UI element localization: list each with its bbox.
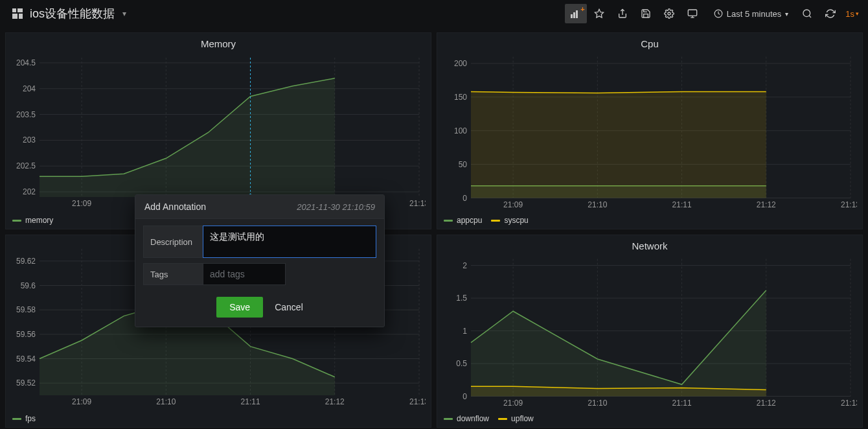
- zoom-out-button[interactable]: [796, 4, 818, 23]
- svg-text:204.5: 204.5: [16, 58, 36, 67]
- refresh-interval-picker[interactable]: 1s ▾: [843, 9, 863, 19]
- popup-title: Add Annotation: [144, 202, 206, 212]
- svg-text:21:10: 21:10: [588, 399, 607, 408]
- tags-input[interactable]: [203, 263, 286, 285]
- legend-label: downflow: [457, 414, 489, 423]
- legend: fps: [6, 412, 431, 427]
- svg-text:21:11: 21:11: [672, 399, 692, 408]
- network-chart[interactable]: 00.511.5221:0921:1021:1121:1221:13: [442, 254, 857, 410]
- refresh-button[interactable]: [819, 4, 841, 23]
- legend-item-fps[interactable]: fps: [12, 414, 36, 423]
- chart-area[interactable]: 00.511.5221:0921:1021:1121:1221:13: [437, 254, 862, 412]
- legend-swatch: [444, 220, 453, 222]
- save-dashboard-button[interactable]: [635, 4, 657, 23]
- settings-button[interactable]: [658, 4, 680, 23]
- svg-text:21:12: 21:12: [757, 399, 776, 408]
- memory-chart[interactable]: 202202.5203203.5204204.521:0921:1021:112…: [11, 52, 426, 212]
- svg-text:21:13: 21:13: [841, 200, 857, 209]
- add-panel-button[interactable]: [565, 4, 587, 23]
- svg-rect-2: [12, 14, 17, 19]
- svg-text:202: 202: [23, 187, 36, 196]
- legend-item-memory[interactable]: memory: [12, 216, 53, 225]
- svg-point-13: [803, 10, 810, 17]
- svg-text:21:11: 21:11: [672, 200, 692, 209]
- svg-text:200: 200: [454, 59, 467, 68]
- svg-point-8: [668, 12, 670, 15]
- legend-label: upflow: [511, 414, 534, 423]
- legend-label: appcpu: [457, 216, 482, 225]
- svg-marker-7: [595, 9, 603, 17]
- chevron-down-icon: ▾: [785, 10, 788, 17]
- svg-text:59.58: 59.58: [16, 305, 36, 314]
- save-button[interactable]: Save: [216, 297, 263, 318]
- chart-area[interactable]: 202202.5203203.5204204.521:0921:1021:112…: [6, 52, 431, 213]
- svg-text:21:12: 21:12: [757, 200, 776, 209]
- legend-label: fps: [25, 414, 36, 423]
- add-annotation-popup: Add Annotation 2021-11-30 21:10:59 Descr…: [135, 194, 385, 327]
- share-button[interactable]: [611, 4, 634, 23]
- svg-text:21:10: 21:10: [588, 200, 607, 209]
- description-input[interactable]: [203, 226, 376, 258]
- popup-timestamp: 2021-11-30 21:10:59: [297, 202, 375, 212]
- svg-rect-3: [19, 14, 23, 19]
- time-range-label: Last 5 minutes: [727, 9, 782, 19]
- legend-item-upflow[interactable]: upflow: [498, 414, 534, 423]
- star-button[interactable]: [588, 4, 610, 23]
- svg-rect-6: [576, 10, 578, 18]
- svg-text:21:09: 21:09: [503, 399, 523, 408]
- svg-text:150: 150: [454, 93, 467, 102]
- svg-rect-0: [12, 8, 16, 12]
- svg-text:21:13: 21:13: [409, 397, 426, 406]
- chevron-down-icon[interactable]: ▾: [122, 9, 126, 18]
- legend-item-downflow[interactable]: downflow: [444, 414, 489, 423]
- svg-text:1.5: 1.5: [456, 294, 467, 303]
- panel-network[interactable]: Network 00.511.5221:0921:1021:1121:1221:…: [437, 235, 863, 428]
- svg-rect-9: [688, 10, 696, 16]
- svg-rect-1: [17, 8, 23, 12]
- cpu-chart[interactable]: 05010015020021:0921:1021:1121:1221:13: [442, 52, 857, 212]
- dashboard-grid-icon[interactable]: [12, 8, 23, 19]
- chart-area[interactable]: 05010015020021:0921:1021:1121:1221:13: [437, 52, 862, 213]
- legend-swatch: [12, 220, 21, 222]
- popup-header: Add Annotation 2021-11-30 21:10:59: [135, 195, 384, 219]
- legend-item-syscpu[interactable]: syscpu: [491, 216, 528, 225]
- legend-swatch: [12, 418, 21, 420]
- svg-text:204: 204: [23, 84, 36, 93]
- svg-text:50: 50: [459, 160, 468, 169]
- svg-text:59.56: 59.56: [16, 330, 36, 339]
- panel-title: Network: [437, 235, 862, 254]
- svg-text:59.6: 59.6: [21, 281, 36, 290]
- svg-text:21:12: 21:12: [325, 397, 345, 406]
- svg-text:0: 0: [463, 194, 467, 203]
- svg-text:59.52: 59.52: [16, 378, 36, 388]
- dashboard-title[interactable]: ios设备性能数据: [30, 6, 115, 21]
- dashboard-grid: Memory 202202.5203203.5204204.521:0921:1…: [0, 27, 868, 429]
- svg-text:21:09: 21:09: [72, 397, 91, 406]
- panel-title: Cpu: [437, 33, 862, 52]
- svg-rect-4: [571, 14, 573, 18]
- svg-text:59.62: 59.62: [16, 257, 36, 266]
- tv-mode-button[interactable]: [681, 4, 703, 23]
- topbar-left: ios设备性能数据 ▾: [5, 6, 126, 21]
- svg-text:1: 1: [463, 327, 467, 336]
- svg-text:21:09: 21:09: [503, 200, 523, 209]
- tags-label: Tags: [143, 263, 203, 285]
- top-bar: ios设备性能数据 ▾ Last 5 minutes ▾: [0, 0, 868, 27]
- legend-item-appcpu[interactable]: appcpu: [444, 216, 482, 225]
- panel-title: Memory: [6, 33, 431, 52]
- legend-swatch: [444, 418, 453, 420]
- time-range-picker[interactable]: Last 5 minutes ▾: [707, 4, 795, 23]
- legend-label: syscpu: [504, 216, 528, 225]
- svg-text:2: 2: [463, 261, 467, 270]
- svg-text:100: 100: [454, 126, 467, 135]
- legend-label: memory: [25, 216, 53, 225]
- description-label: Description: [143, 226, 203, 258]
- refresh-interval-label: 1s: [845, 9, 854, 19]
- svg-text:203: 203: [23, 135, 36, 145]
- panel-cpu[interactable]: Cpu 05010015020021:0921:1021:1121:1221:1…: [437, 32, 863, 229]
- svg-line-14: [809, 16, 811, 17]
- svg-text:21:11: 21:11: [241, 397, 260, 406]
- svg-text:21:13: 21:13: [409, 199, 426, 208]
- svg-text:59.54: 59.54: [16, 354, 36, 364]
- cancel-button[interactable]: Cancel: [275, 302, 303, 312]
